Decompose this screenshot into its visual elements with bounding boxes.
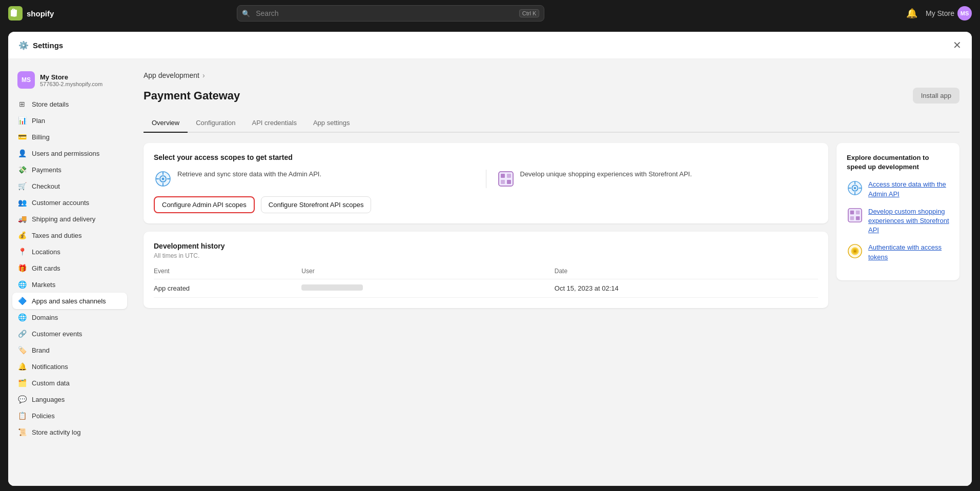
sidebar-item-store-activity[interactable]: 📜 Store activity log: [12, 424, 127, 440]
nav-label-taxes-duties: Taxes and duties: [32, 232, 82, 239]
storefront-api-icon: [497, 170, 515, 188]
sidebar-item-domains[interactable]: 🌐 Domains: [12, 309, 127, 325]
sidebar-item-shipping-delivery[interactable]: 🚚 Shipping and delivery: [12, 211, 127, 227]
settings-title-container: ⚙️ Settings: [18, 40, 63, 50]
sidebar-item-apps-sales[interactable]: 🔷 Apps and sales channels: [12, 293, 127, 309]
access-scopes-card: Select your access scopes to get started: [144, 143, 828, 223]
svg-rect-21: [856, 210, 860, 214]
store-info-text: My Store 577630-2.myshopify.com: [40, 73, 103, 87]
dev-history-card: Development history All times in UTC. Ev…: [144, 232, 828, 308]
doc-item-storefront: Develop custom shopping experiences with…: [847, 207, 949, 235]
nav-label-markets: Markets: [32, 281, 55, 289]
storefront-api-option: Develop unique shopping experiences with…: [497, 170, 819, 188]
sidebar-item-payments[interactable]: 💸 Payments: [12, 161, 127, 178]
doc-link-tokens[interactable]: Authenticate with access tokens: [868, 243, 949, 261]
doc-link-admin[interactable]: Access store data with the Admin API: [868, 180, 949, 198]
settings-body: MS My Store 577630-2.myshopify.com ⊞ Sto…: [8, 59, 972, 486]
admin-api-icon: [154, 170, 172, 188]
sidebar-item-brand[interactable]: 🏷️ Brand: [12, 342, 127, 358]
doc-tokens-icon: [847, 243, 863, 259]
close-button[interactable]: ✕: [953, 40, 962, 50]
store-name-label: My Store: [926, 9, 954, 17]
event-cell: App created: [154, 279, 301, 298]
access-card-title: Select your access scopes to get started: [154, 153, 818, 161]
sidebar-item-custom-data[interactable]: 🗂️ Custom data: [12, 375, 127, 391]
nav-label-gift-cards: Gift cards: [32, 264, 60, 272]
api-buttons: Configure Admin API scopes Configure Sto…: [154, 196, 818, 213]
sidebar-item-markets[interactable]: 🌐 Markets: [12, 276, 127, 293]
store-menu-button[interactable]: My Store MS: [926, 6, 972, 21]
notifications-bell-button[interactable]: 🔔: [904, 6, 920, 21]
admin-api-option: Retrieve and sync store data with the Ad…: [154, 170, 476, 188]
sidebar-item-customer-accounts[interactable]: 👥 Customer accounts: [12, 194, 127, 211]
nav-icon-payments: 💸: [17, 165, 27, 174]
sidebar-item-customer-events[interactable]: 🔗 Customer events: [12, 325, 127, 342]
search-icon: 🔍: [242, 10, 250, 17]
settings-modal: ⚙️ Settings ✕ MS My Store 577630-2.mysho…: [8, 32, 972, 486]
tab-overview[interactable]: Overview: [144, 114, 188, 133]
tab-configuration[interactable]: Configuration: [188, 114, 243, 133]
nav-label-store-activity: Store activity log: [32, 428, 80, 436]
install-app-button[interactable]: Install app: [913, 88, 959, 104]
svg-rect-8: [501, 174, 505, 178]
user-placeholder: [301, 284, 363, 291]
docs-card: Explore documentation to speed up develo…: [836, 143, 959, 280]
nav-icon-customer-accounts: 👥: [17, 198, 27, 207]
svg-rect-23: [856, 216, 860, 220]
store-name: My Store: [40, 73, 103, 81]
svg-rect-7: [499, 172, 513, 186]
nav-icon-domains: 🌐: [17, 313, 27, 322]
avatar: MS: [957, 6, 972, 21]
table-row: App created Oct 15, 2023 at 02:14: [154, 279, 818, 298]
nav-icon-users-permissions: 👤: [17, 149, 27, 158]
settings-title-text: Settings: [33, 41, 63, 50]
nav-label-store-details: Store details: [32, 100, 69, 108]
search-container: 🔍 Ctrl K: [237, 5, 544, 22]
nav-label-policies: Policies: [32, 412, 55, 420]
sidebar-item-plan[interactable]: 📊 Plan: [12, 112, 127, 129]
left-column: Select your access scopes to get started: [144, 143, 828, 308]
nav-label-payments: Payments: [32, 166, 62, 174]
svg-rect-9: [507, 174, 511, 178]
configure-storefront-api-button[interactable]: Configure Storefront API scopes: [261, 196, 372, 213]
nav-label-shipping-delivery: Shipping and delivery: [32, 215, 95, 223]
nav-icon-languages: 💬: [17, 395, 27, 404]
nav-icon-gift-cards: 🎁: [17, 263, 27, 273]
sidebar-item-languages[interactable]: 💬 Languages: [12, 391, 127, 407]
svg-rect-20: [850, 210, 854, 214]
shopify-logo[interactable]: shopify: [8, 6, 54, 21]
sidebar-item-notifications[interactable]: 🔔 Notifications: [12, 358, 127, 375]
configure-admin-api-button[interactable]: Configure Admin API scopes: [154, 196, 255, 213]
topbar-right: 🔔 My Store MS: [904, 6, 972, 21]
dev-history-title: Development history: [154, 242, 818, 250]
nav-icon-markets: 🌐: [17, 280, 27, 289]
sidebar-item-store-details[interactable]: ⊞ Store details: [12, 96, 127, 112]
sidebar-item-checkout[interactable]: 🛒 Checkout: [12, 178, 127, 194]
page-header: Payment Gateway Install app: [144, 88, 959, 104]
tab-app-settings[interactable]: App settings: [305, 114, 358, 133]
nav-label-billing: Billing: [32, 133, 50, 141]
nav-label-languages: Languages: [32, 396, 65, 403]
api-options: Retrieve and sync store data with the Ad…: [154, 170, 818, 188]
nav-icon-shipping-delivery: 🚚: [17, 214, 27, 223]
nav-label-apps-sales: Apps and sales channels: [32, 297, 106, 305]
tabs-bar: Overview Configuration API credentials A…: [144, 114, 959, 133]
content-cards-row: Select your access scopes to get started: [144, 143, 959, 308]
svg-point-14: [854, 187, 856, 190]
sidebar-item-policies[interactable]: 📋 Policies: [12, 407, 127, 424]
sidebar-item-taxes-duties[interactable]: 💰 Taxes and duties: [12, 227, 127, 243]
nav-icon-store-details: ⊞: [17, 99, 27, 109]
sidebar-item-billing[interactable]: 💳 Billing: [12, 129, 127, 145]
dev-history-subtitle: All times in UTC.: [154, 252, 818, 259]
store-url: 577630-2.myshopify.com: [40, 81, 103, 87]
sidebar-item-locations[interactable]: 📍 Locations: [12, 243, 127, 260]
sidebar-item-users-permissions[interactable]: 👤 Users and permissions: [12, 145, 127, 161]
doc-link-storefront[interactable]: Develop custom shopping experiences with…: [868, 207, 949, 235]
breadcrumb-parent[interactable]: App development: [144, 71, 199, 79]
search-input[interactable]: [237, 5, 544, 22]
tab-api-credentials[interactable]: API credentials: [244, 114, 305, 133]
doc-item-admin: Access store data with the Admin API: [847, 180, 949, 198]
sidebar-item-gift-cards[interactable]: 🎁 Gift cards: [12, 260, 127, 276]
nav-icon-apps-sales: 🔷: [17, 296, 27, 305]
nav-label-customer-events: Customer events: [32, 330, 82, 338]
